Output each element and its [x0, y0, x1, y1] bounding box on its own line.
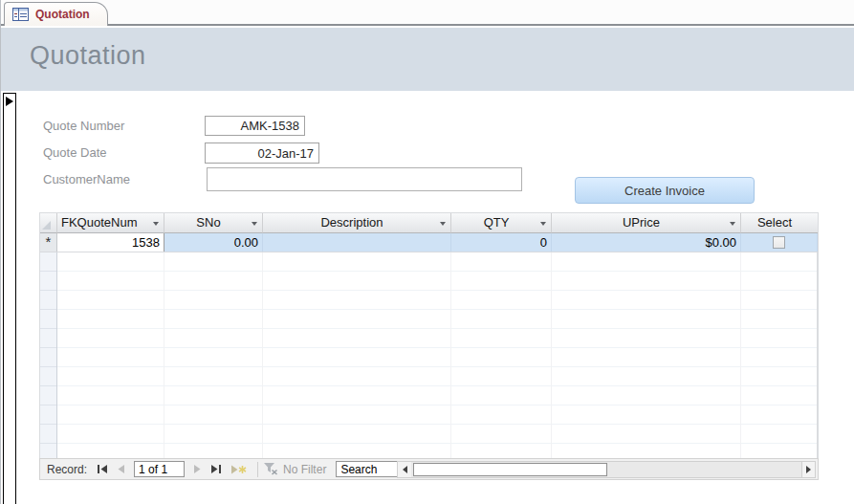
quote-number-field[interactable] — [205, 116, 305, 136]
scroll-right-button[interactable] — [801, 462, 815, 477]
quote-number-label: Quote Number — [43, 119, 124, 133]
corner-diagonal-icon — [42, 221, 52, 230]
record-navigation-bar: Record: — [39, 458, 819, 480]
tab-label: Quotation — [35, 8, 90, 21]
datasheet-empty-area — [40, 252, 818, 458]
select-checkbox[interactable] — [773, 236, 785, 249]
page-title: Quotation — [30, 41, 146, 71]
datasheet-header-row: FKQuoteNum SNo Description QTY UPrice Se… — [40, 213, 818, 233]
form-header: Quotation — [1, 28, 854, 91]
access-form-window: Quotation Quotation Quote Number Quote D… — [0, 0, 854, 504]
cell-fkquotenum[interactable]: 1538 — [57, 233, 164, 252]
cell-uprice[interactable]: $0.00 — [552, 233, 741, 252]
chevron-down-icon[interactable] — [440, 222, 446, 226]
column-header-fkquotenum[interactable]: FKQuoteNum — [57, 213, 164, 233]
cell-sno[interactable]: 0.00 — [164, 233, 263, 252]
chevron-down-icon[interactable] — [540, 222, 546, 226]
no-filter-button[interactable]: No Filter — [264, 463, 326, 476]
form-icon — [12, 8, 29, 21]
last-record-button[interactable] — [206, 459, 226, 479]
scrollbar-thumb[interactable] — [413, 463, 607, 476]
record-position-box[interactable] — [134, 461, 185, 477]
first-record-button[interactable] — [93, 459, 113, 479]
horizontal-scrollbar[interactable] — [397, 461, 816, 478]
column-header-description[interactable]: Description — [263, 213, 451, 233]
no-filter-label: No Filter — [283, 463, 326, 476]
column-header-sno[interactable]: SNo — [164, 213, 263, 233]
column-header-qty[interactable]: QTY — [451, 213, 552, 233]
chevron-down-icon[interactable] — [730, 222, 735, 226]
tab-bar: Quotation — [1, 0, 854, 26]
column-header-select[interactable]: Select — [741, 213, 818, 233]
create-invoice-button[interactable]: Create Invoice — [575, 177, 755, 204]
customer-name-field[interactable] — [207, 167, 522, 191]
cell-select — [741, 233, 818, 252]
select-all-corner[interactable] — [40, 213, 57, 233]
line-items-datasheet: FKQuoteNum SNo Description QTY UPrice Se… — [39, 212, 819, 458]
scroll-left-button[interactable] — [398, 462, 411, 477]
quote-date-label: Quote Date — [43, 145, 107, 160]
new-record-row: * 1538 0.00 0 $0.00 — [40, 233, 818, 252]
column-header-uprice[interactable]: UPrice — [552, 213, 741, 233]
new-record-selector[interactable]: * — [40, 233, 57, 252]
tab-quotation[interactable]: Quotation — [4, 2, 108, 26]
chevron-down-icon[interactable] — [252, 222, 257, 226]
previous-record-button[interactable] — [113, 459, 130, 479]
empty-record-selector-column — [40, 252, 57, 458]
chevron-down-icon[interactable] — [153, 222, 159, 226]
next-record-button[interactable] — [188, 459, 206, 479]
filter-icon — [264, 463, 278, 475]
record-selector-bar[interactable] — [3, 93, 16, 504]
customer-name-label: CustomerName — [43, 172, 130, 186]
quote-date-field[interactable] — [205, 142, 319, 164]
divider — [257, 462, 258, 477]
record-nav-label: Record: — [47, 463, 87, 476]
new-record-button[interactable] — [226, 459, 252, 479]
current-record-arrow-icon — [6, 97, 13, 106]
cell-description[interactable] — [263, 233, 451, 252]
cell-qty[interactable]: 0 — [451, 233, 552, 252]
